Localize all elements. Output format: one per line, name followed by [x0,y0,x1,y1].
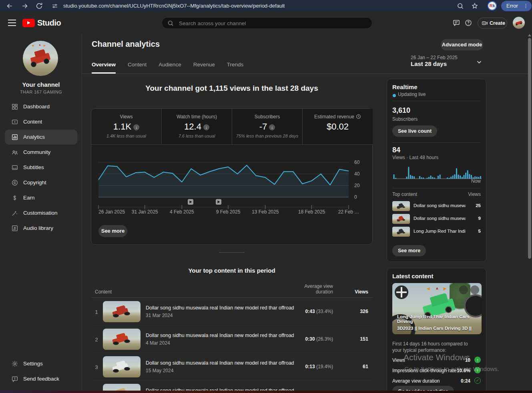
tab-audience[interactable]: Audience [159,59,181,74]
svg-text:22 Feb …: 22 Feb … [338,209,359,215]
sidebar-item-label: Customisation [23,205,58,221]
scrollbar-thumb[interactable] [528,38,531,259]
stat-label: Views [392,357,405,363]
zoom-icon[interactable] [456,2,464,10]
sidebar-item-subtitles[interactable]: Subtitles [5,160,77,175]
metric-card-views[interactable]: Views1.1K↓1.4K less than usual [91,109,162,145]
tab-trends[interactable]: Trends [227,59,244,74]
sidebar-item-customisation[interactable]: Customisation [5,205,77,221]
realtime-bar-chart [393,162,482,180]
svg-text:9 Feb 2025: 9 Feb 2025 [216,209,241,215]
info-clock-icon [356,114,361,119]
trend-down-icon: ↓ [203,124,209,130]
tab-revenue[interactable]: Revenue [193,59,215,74]
stat-label: Impressions click-through rate [392,368,456,373]
stat-value: 10.6% [457,368,470,373]
sidebar-item-copyright[interactable]: Copyright [5,175,77,190]
sidebar-item-earn[interactable]: Earn [5,190,77,205]
analytics-tabs: OverviewContentAudienceRevenueTrends [82,59,532,74]
create-button[interactable]: Create [478,18,507,29]
sidebar-footer-nav: SettingsSend feedback [0,356,82,387]
help-icon[interactable] [464,19,472,27]
menu-icon[interactable] [8,20,16,26]
sidebar-item-audio-library[interactable]: Audio library [5,221,77,236]
video-thumbnail[interactable] [103,329,141,350]
realtime-subscribers-label: Subscribers [392,116,418,122]
reload-icon[interactable] [35,2,43,10]
page-title: Channel analytics [92,40,160,49]
see-live-count-button[interactable]: See live count [392,126,437,137]
latest-stat-row: Views10↑ [392,356,482,365]
sidebar-item-analytics[interactable]: Analytics [5,130,77,145]
tab-overview[interactable]: Overview [92,59,116,74]
video-published-marker[interactable] [216,199,221,205]
video-thumbnail[interactable] [103,356,141,377]
video-title: Dollar song sidhu musewala r… [414,216,466,221]
channel-avatar-large[interactable]: ◀▶ ▲ [23,41,58,76]
sidebar-item-label: Community [23,145,50,160]
sidebar-item-settings[interactable]: Settings [5,356,77,371]
video-title[interactable]: Dollar song sidhu musewala real Indian n… [146,305,294,311]
metric-delta: 7.6 less than usual [162,134,232,138]
latest-video-title-line1: Long Jump Red Thar Indian Cars Driving [397,314,482,324]
realtime-top-video-row[interactable]: Dollar song sidhu musewala r…9 [392,213,481,225]
forward-icon[interactable] [21,2,29,10]
search-bar[interactable] [162,17,372,29]
copyright-icon [11,179,18,186]
video-thumbnail-art [392,214,410,224]
video-published-marker[interactable] [188,199,193,205]
channel-avatar[interactable] [513,17,525,29]
realtime-top-video-row[interactable]: Dollar song sidhu musewala…25 [392,200,481,212]
table-row[interactable]: 1Dollar song sidhu musewala real Indian … [91,298,373,325]
video-views: 61 [340,364,368,369]
sidebar-item-send-feedback[interactable]: Send feedback [5,371,77,387]
page-scrollbar[interactable] [527,34,532,393]
video-thumbnail-art [103,301,141,322]
column-average-view-duration: Average view duration [276,283,333,295]
bookmark-star-icon[interactable] [471,2,479,10]
table-row[interactable]: 2Dollar song sidhu musewala real Indian … [91,325,373,353]
table-row[interactable]: 3Dollar song sidhu musewala real Indian … [91,353,373,381]
metric-card-watch-time-hours-[interactable]: Watch time (hours)12.4↓7.6 less than usu… [162,109,232,145]
search-input[interactable] [178,18,364,29]
back-icon[interactable] [6,2,14,10]
sidebar-nav: DashboardContentAnalyticsCommunitySubtit… [0,99,82,236]
video-title[interactable]: Dollar song sidhu musewala real Indian n… [146,360,294,366]
scrollbar-up-arrow[interactable] [528,34,531,36]
realtime-top-video-row[interactable]: Long Jump Red Thar Indian C…5 [392,225,481,238]
video-views: 9 [467,216,481,221]
average-view-duration: 0:43 (33.4%) [276,309,333,314]
browser-profile-avatar[interactable]: Rk [488,1,497,10]
latest-video-thumbnail[interactable]: ◀ ▶ ▲ Long Jump Red Thar Indian Cars Dri… [392,283,482,334]
metric-card-subscribers[interactable]: Subscribers-7↓75% less than previous 28 … [232,109,303,145]
sidebar-item-community[interactable]: Community [5,145,77,160]
browser-menu-icon[interactable]: ⋮ [523,1,528,11]
video-thumbnail-art [392,201,410,211]
realtime-views-label: Views · Last 48 hours [392,155,438,160]
create-video-icon [482,20,488,26]
row-rank: 1 [93,309,100,315]
feedback-icon[interactable] [452,19,460,27]
realtime-see-more-button[interactable]: See more [392,245,426,256]
svg-text:26 Jan 2025: 26 Jan 2025 [98,209,125,215]
tab-content[interactable]: Content [128,59,147,74]
sidebar-item-content[interactable]: Content [5,114,77,130]
site-settings-icon[interactable] [52,3,58,9]
subtitles-icon [11,164,18,171]
sidebar-item-dashboard[interactable]: Dashboard [5,99,77,114]
sidebar-item-label: Audio library [23,221,53,236]
metric-card-estimated-revenue[interactable]: Estimated revenue$0.02 [303,109,373,145]
browser-error-button[interactable]: Error⋮ [501,1,532,11]
realtime-views-count: 84 [392,146,400,154]
advanced-mode-button[interactable]: Advanced mode [441,39,483,50]
address-bar[interactable]: studio.youtube.com/channel/UCLUyHTRrcnGN… [63,0,285,12]
video-thumbnail[interactable] [103,301,141,322]
video-title[interactable]: Dollar song sidhu musewala real Indian n… [146,333,294,338]
channel-name: THAR 167 GAMING [0,90,82,94]
see-more-button[interactable]: See more [98,225,127,237]
video-views: 151 [340,336,368,342]
realtime-title: Realtime [392,84,418,90]
metric-label: Estimated revenue [303,114,373,120]
channel-avatar-image: ◀▶ ▲ [23,41,58,76]
video-views: 5 [467,229,481,233]
